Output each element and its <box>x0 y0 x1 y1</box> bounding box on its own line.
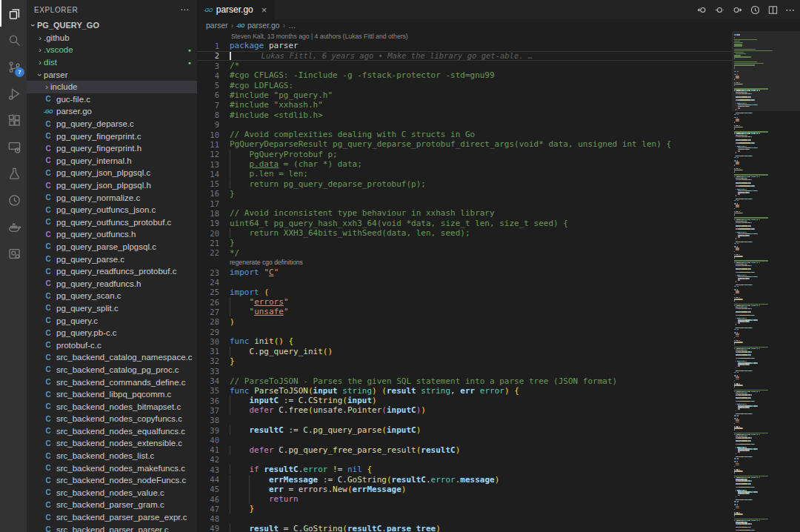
tree-item-include[interactable]: include <box>27 81 197 93</box>
blame-text[interactable]: Steven Kalt, 13 months ago | 4 authors (… <box>231 33 408 40</box>
tree-item-.vscode[interactable]: .vscode● <box>27 44 197 56</box>
minimap-line <box>734 185 799 187</box>
minimap-line <box>734 315 799 316</box>
search-icon[interactable] <box>0 27 27 53</box>
tree-item-pg_query_fingerprint.c[interactable]: Cpg_query_fingerprint.c <box>27 130 197 142</box>
tree-item-pg_query_parse_plpgsql.c[interactable]: Cpg_query_parse_plpgsql.c <box>27 241 197 253</box>
tree-item-label: src_backend_parser_parser.c <box>56 525 197 532</box>
more-actions-icon[interactable]: ⋯ <box>180 4 190 15</box>
source-control-icon[interactable]: 7 <box>0 53 27 80</box>
line-number: 26 <box>197 298 219 307</box>
tree-item-parser.go[interactable]: -GOparser.go <box>27 105 197 118</box>
tree-item-pg_query_readfuncs_protobuf.c[interactable]: Cpg_query_readfuncs_protobuf.c <box>27 265 197 278</box>
line-number: 38 <box>197 416 219 425</box>
tree-item-src_backend_parser_gram.c[interactable]: Csrc_backend_parser_gram.c <box>27 499 197 511</box>
minimap-line <box>734 466 799 468</box>
tree-item-pg_query_outfuncs_json.c[interactable]: Cpg_query_outfuncs_json.c <box>27 204 197 216</box>
tree-item-pg_query_deparse.c[interactable]: Cpg_query_deparse.c <box>27 118 197 130</box>
tree-item-src_backend_libpq_pqcomm.c[interactable]: Csrc_backend_libpq_pqcomm.c <box>27 388 197 401</box>
tree-item-pg_query.pb-c.c[interactable]: Cpg_query.pb-c.c <box>27 327 197 339</box>
line-content: func ParseToJSON(input string) (result s… <box>230 386 519 396</box>
code-line-42: 42 <box>197 455 732 465</box>
tree-item-src_backend_catalog_namespace.c[interactable]: Csrc_backend_catalog_namespace.c <box>27 351 197 364</box>
minimap-line <box>734 423 799 425</box>
tree-item-src_backend_commands_define.c[interactable]: Csrc_backend_commands_define.c <box>27 376 197 388</box>
tree-item-pg_query_normalize.c[interactable]: Cpg_query_normalize.c <box>27 191 197 204</box>
minimap-line <box>734 114 799 116</box>
breadcrumb[interactable]: parser›-GOparser.go›… <box>197 19 800 31</box>
tree-item-src_backend_nodes_bitmapset.c[interactable]: Csrc_backend_nodes_bitmapset.c <box>27 400 197 413</box>
tree-item-pg_query_json_plpgsql.h[interactable]: Cpg_query_json_plpgsql.h <box>27 179 197 192</box>
tree-item-src_backend_nodes_list.c[interactable]: Csrc_backend_nodes_list.c <box>27 450 197 462</box>
compare-changes-icon[interactable] <box>714 4 725 16</box>
tree-item-dist[interactable]: dist● <box>27 56 197 69</box>
line-content: ) <box>230 317 235 327</box>
gitlens-icon[interactable] <box>0 187 27 213</box>
tree-item-src_backend_catalog_pg_proc.c[interactable]: Csrc_backend_catalog_pg_proc.c <box>27 364 197 376</box>
gitlens-blame-icon[interactable] <box>750 4 761 16</box>
tree-item-src_backend_nodes_copyfuncs.c[interactable]: Csrc_backend_nodes_copyfuncs.c <box>27 413 197 425</box>
remote-explorer-icon[interactable] <box>0 133 27 160</box>
tree-item-label: pg_query_fingerprint.h <box>56 144 197 153</box>
testing-icon[interactable] <box>0 160 27 187</box>
tree-item-parser[interactable]: parser <box>27 68 197 81</box>
line-content: return XXH3_64bits_withSeed(data, len, s… <box>230 228 470 238</box>
indent-guide <box>230 485 230 494</box>
tree-item-label: include <box>50 82 197 91</box>
tree-item-pg_query_outfuncs.h[interactable]: Cpg_query_outfuncs.h <box>27 228 197 241</box>
tree-item-src_backend_nodes_equalfuncs.c[interactable]: Csrc_backend_nodes_equalfuncs.c <box>27 425 197 438</box>
tree-item-.github[interactable]: .github <box>27 32 197 44</box>
line-content: /* <box>230 61 239 70</box>
tree-item-pg_query_internal.h[interactable]: Cpg_query_internal.h <box>27 155 197 167</box>
tree-item-src_backend_nodes_value.c[interactable]: Csrc_backend_nodes_value.c <box>27 487 197 499</box>
tree-item-src_backend_nodes_makefuncs.c[interactable]: Csrc_backend_nodes_makefuncs.c <box>27 462 197 474</box>
line-number: 3 <box>197 61 219 70</box>
tree-item-label: pg_query_readfuncs_protobuf.c <box>56 267 197 276</box>
more-actions-icon[interactable]: ⋯ <box>785 4 796 16</box>
tree-item-src_backend_nodes_nodeFuncs.c[interactable]: Csrc_backend_nodes_nodeFuncs.c <box>27 474 197 487</box>
split-editor-icon[interactable] <box>767 4 779 16</box>
breadcrumb-item[interactable]: parser.go <box>247 21 280 30</box>
tree-root-PG_QUERY_GO[interactable]: PG_QUERY_GO <box>27 19 197 32</box>
breadcrumb-item[interactable]: parser <box>206 21 228 30</box>
tree-item-src_backend_parser_parse_expr.c[interactable]: Csrc_backend_parser_parse_expr.c <box>27 511 197 524</box>
tree-item-pg_query_split.c[interactable]: Cpg_query_split.c <box>27 302 197 315</box>
line-content: result = C.GoString(resultC.parse_tree) <box>230 524 441 532</box>
indent-guide <box>230 445 230 455</box>
tree-item-src_backend_parser_parser.c[interactable]: Csrc_backend_parser_parser.c <box>27 523 197 532</box>
tree-item-pg_query_json_plpgsql.c[interactable]: Cpg_query_json_plpgsql.c <box>27 167 197 179</box>
tree-item-pg_query_parse.c[interactable]: Cpg_query_parse.c <box>27 253 197 265</box>
tree-item-pg_query_outfuncs_protobuf.c[interactable]: Cpg_query_outfuncs_protobuf.c <box>27 216 197 229</box>
code-editor[interactable]: Steven Kalt, 13 months ago | 4 authors (… <box>197 31 800 532</box>
h-file-icon: C <box>43 230 53 239</box>
tab-label: parser.go <box>216 4 253 15</box>
line-content: PgQueryProtobuf p; <box>230 150 338 159</box>
breadcrumb-item[interactable]: … <box>288 21 296 30</box>
line-number: 19 <box>197 219 219 227</box>
docker-icon[interactable] <box>0 213 27 240</box>
minimap-line <box>734 265 799 267</box>
run-debug-icon[interactable] <box>0 80 27 107</box>
tree-item-pg_query.c[interactable]: Cpg_query.c <box>27 314 197 327</box>
code-line-46: 46 return <box>197 494 732 504</box>
codelens-link[interactable]: regenerate cgo definitions <box>230 259 303 266</box>
explorer-icon[interactable] <box>0 0 27 27</box>
extensions-icon[interactable] <box>0 107 27 133</box>
close-icon[interactable]: × <box>261 4 267 16</box>
next-change-icon[interactable] <box>732 4 743 16</box>
tab-parser.go[interactable]: -GOparser.go× <box>197 0 274 19</box>
tree-item-pg_query_scan.c[interactable]: Cpg_query_scan.c <box>27 290 197 302</box>
tree-item-src_backend_nodes_extensible.c[interactable]: Csrc_backend_nodes_extensible.c <box>27 437 197 450</box>
h-file-icon: C <box>43 279 53 287</box>
minimap[interactable] <box>732 31 800 532</box>
tree-item-pg_query_readfuncs.h[interactable]: Cpg_query_readfuncs.h <box>27 277 197 290</box>
tree-item-pg_query_fingerprint.h[interactable]: Cpg_query_fingerprint.h <box>27 142 197 155</box>
line-content: defer C.pg_query_free_parse_result(resul… <box>230 445 460 455</box>
file-tree[interactable]: PG_QUERY_GO.github.vscode●dist●parserinc… <box>27 19 197 532</box>
tree-item-guc-file.c[interactable]: Cguc-file.c <box>27 93 197 106</box>
minimap-line <box>734 99 799 101</box>
prev-change-icon[interactable] <box>696 4 707 16</box>
tree-item-protobuf-c.c[interactable]: Cprotobuf-c.c <box>27 339 197 351</box>
minimap-line <box>734 286 799 287</box>
container-tools-icon[interactable] <box>0 240 27 267</box>
